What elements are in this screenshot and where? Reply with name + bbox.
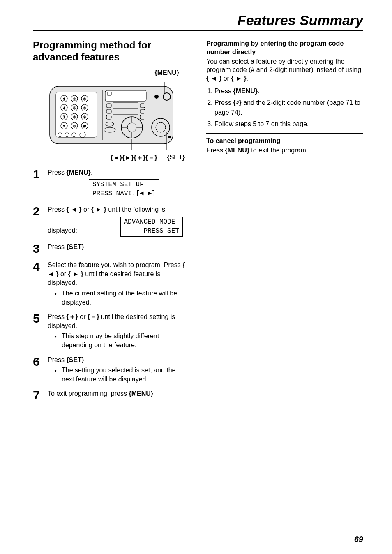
step-number: 1 bbox=[33, 168, 48, 180]
list-item: Press {MENU}. bbox=[214, 86, 363, 96]
device-illustration: 1 2 3 4 5 6 7 8 9 * 0 # bbox=[46, 78, 177, 152]
set-key: {SET} bbox=[66, 356, 84, 363]
svg-text:#: # bbox=[83, 124, 85, 128]
divider bbox=[206, 133, 363, 134]
list-item: Follow steps 5 to 7 on this page. bbox=[214, 119, 363, 129]
step-number: 3 bbox=[33, 242, 48, 255]
right-key: { ► } bbox=[231, 75, 246, 82]
step-body: Press {＋} or {－} until the desired setti… bbox=[48, 312, 190, 349]
left-key: { ◄ } bbox=[206, 75, 221, 82]
bullet-item: The current setting of the feature will … bbox=[56, 289, 190, 307]
menu-key: {MENU} bbox=[233, 88, 258, 95]
step-body: To exit programming, press {MENU}. bbox=[48, 389, 155, 398]
svg-rect-55 bbox=[168, 136, 171, 138]
bullet-item: The setting you selected is set, and the… bbox=[56, 366, 190, 383]
svg-text:5: 5 bbox=[73, 106, 75, 110]
lcd-display: ADVANCED MODE PRESS SET bbox=[120, 217, 183, 237]
step-body: Press {MENU}. SYSTEM SET UP PRESS NAVI.[… bbox=[48, 168, 190, 200]
step-number: 6 bbox=[33, 355, 48, 368]
svg-text:8: 8 bbox=[73, 115, 75, 119]
step-number: 7 bbox=[33, 389, 48, 402]
step-number: 2 bbox=[33, 205, 48, 217]
left-key: { ◄ } bbox=[66, 206, 81, 213]
nav-callout-label: {◄}{►}{＋}{－} bbox=[111, 154, 157, 162]
svg-text:2: 2 bbox=[73, 97, 75, 101]
svg-text:6: 6 bbox=[83, 106, 85, 110]
svg-rect-1 bbox=[56, 92, 97, 137]
svg-point-51 bbox=[154, 95, 159, 99]
step-body: Select the feature you wish to program. … bbox=[48, 261, 190, 307]
right-key: { ► } bbox=[68, 270, 83, 277]
subheading-cancel: To cancel programming bbox=[206, 137, 363, 145]
menu-key: {MENU} bbox=[129, 390, 153, 397]
list-item: Press {♯} and the 2-digit code number (p… bbox=[214, 98, 363, 118]
paragraph: You can select a feature by directly ent… bbox=[206, 58, 363, 83]
subheading-direct-code: Programming by entering the program code… bbox=[206, 39, 363, 57]
minus-key: {－} bbox=[88, 313, 99, 320]
step-number: 4 bbox=[33, 261, 48, 273]
svg-text:4: 4 bbox=[63, 106, 65, 110]
svg-text:*: * bbox=[63, 124, 65, 128]
svg-text:0: 0 bbox=[73, 124, 75, 128]
menu-callout-label: {MENU} bbox=[33, 69, 190, 76]
numbered-list: Press {MENU}. Press {♯} and the 2-digit … bbox=[206, 86, 363, 129]
menu-key: {MENU} bbox=[66, 169, 91, 176]
lcd-display: SYSTEM SET UP PRESS NAVI.[◄ ►] bbox=[89, 179, 159, 199]
svg-text:1: 1 bbox=[63, 97, 65, 101]
paragraph: Press {MENU} to exit the program. bbox=[206, 146, 363, 155]
page-title: Features Summary bbox=[33, 12, 363, 31]
bullet-item: This step may be slightly different depe… bbox=[56, 332, 190, 349]
menu-key: {MENU} bbox=[225, 147, 249, 154]
hash-key: {♯} bbox=[233, 99, 241, 106]
right-key: { ► } bbox=[91, 206, 106, 213]
svg-text:7: 7 bbox=[63, 115, 65, 119]
step-number: 5 bbox=[33, 312, 48, 325]
svg-text:3: 3 bbox=[83, 97, 85, 101]
step-body: Press { ◄ } or { ► } until the following… bbox=[48, 205, 190, 237]
set-callout-label: {SET} bbox=[167, 154, 185, 162]
section-heading: Programming method for advanced features bbox=[33, 39, 190, 63]
page-number: 69 bbox=[354, 535, 363, 544]
step-body: Press {SET}. bbox=[48, 242, 86, 252]
set-key: {SET} bbox=[66, 243, 84, 250]
plus-key: {＋} bbox=[66, 313, 78, 320]
svg-text:9: 9 bbox=[83, 115, 85, 119]
step-body: Press {SET}. The setting you selected is… bbox=[48, 355, 190, 384]
